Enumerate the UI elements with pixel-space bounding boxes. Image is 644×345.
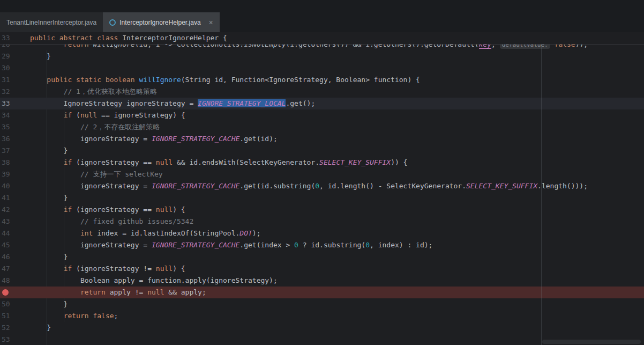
line-number[interactable]: 50 xyxy=(0,298,30,310)
line-number[interactable]: 51 xyxy=(0,310,30,322)
line-number[interactable]: 28 xyxy=(0,45,30,50)
line-number[interactable]: 45 xyxy=(0,239,30,251)
code-line[interactable]: 29 } xyxy=(0,50,644,62)
code-line[interactable]: 41 } xyxy=(0,192,644,204)
code-line[interactable]: 46 } xyxy=(0,251,644,263)
sticky-header[interactable]: 33 public abstract class InterceptorIgno… xyxy=(0,32,644,45)
code-line[interactable]: 32 // 1，优化获取本地忽略策略 xyxy=(0,86,644,98)
code-text: return apply != null && apply; xyxy=(30,287,644,298)
tab-label: TenantLineInnerInterceptor.java xyxy=(6,19,96,26)
line-number[interactable]: 38 xyxy=(0,157,30,168)
line-number[interactable]: 35 xyxy=(0,121,30,133)
ide-window: TenantLineInnerInterceptor.java Intercep… xyxy=(0,0,644,345)
editor-tab-bar: TenantLineInnerInterceptor.java Intercep… xyxy=(0,0,644,32)
tab-interceptor-ignore-helper-java[interactable]: InterceptorIgnoreHelper.java × xyxy=(103,12,220,32)
line-number[interactable]: 42 xyxy=(0,204,30,216)
line-number[interactable]: 39 xyxy=(0,168,30,180)
code-text: if (ignoreStrategy != null) { xyxy=(30,263,644,275)
code-text: // 支持一下 selectKey xyxy=(30,168,644,180)
code-line[interactable]: 37 } xyxy=(0,145,644,157)
code-text: if (null == ignoreStrategy) { xyxy=(30,109,644,121)
line-number[interactable]: 29 xyxy=(0,50,30,62)
code-text: ignoreStrategy = IGNORE_STRATEGY_CACHE.g… xyxy=(30,133,644,145)
code-line[interactable]: 50 } xyxy=(0,298,644,310)
line-number[interactable]: 32 xyxy=(0,86,30,98)
code-text: int index = id.lastIndexOf(StringPool.DO… xyxy=(30,227,644,239)
line-number[interactable]: 37 xyxy=(0,145,30,157)
code-text: } xyxy=(30,50,644,62)
right-margin-guide xyxy=(541,45,542,345)
code-line[interactable]: 36 ignoreStrategy = IGNORE_STRATEGY_CACH… xyxy=(0,133,644,145)
code-text: return willIgnore(id, i -> CollectionUti… xyxy=(30,45,644,50)
code-line[interactable]: 40 ignoreStrategy = IGNORE_STRATEGY_CACH… xyxy=(0,180,644,192)
code-line[interactable]: 43 // fixed github issues/5342 xyxy=(0,216,644,227)
code-line[interactable]: 39 // 支持一下 selectKey xyxy=(0,168,644,180)
code-text: } xyxy=(30,298,644,310)
code-text: Boolean apply = function.apply(ignoreStr… xyxy=(30,275,644,287)
java-class-icon xyxy=(109,19,116,26)
line-number[interactable]: 52 xyxy=(0,322,30,334)
code-text: ignoreStrategy = IGNORE_STRATEGY_CACHE.g… xyxy=(30,239,644,251)
code-line[interactable]: 47 if (ignoreStrategy != null) { xyxy=(0,263,644,275)
code-line[interactable]: 52 } xyxy=(0,322,644,334)
code-line[interactable]: 31 public static boolean willIgnore(Stri… xyxy=(0,74,644,86)
close-tab-icon[interactable]: × xyxy=(209,19,213,26)
code-text: // fixed github issues/5342 xyxy=(30,216,644,227)
line-number[interactable]: 30 xyxy=(0,62,30,74)
code-text: } xyxy=(30,192,644,204)
code-text: IgnoreStrategy ignoreStrategy = IGNORE_S… xyxy=(30,98,644,109)
code-line[interactable]: 48 Boolean apply = function.apply(ignore… xyxy=(0,275,644,287)
breakpoint-gutter[interactable] xyxy=(0,287,30,298)
line-number[interactable]: 33 xyxy=(0,98,30,109)
line-number[interactable]: 48 xyxy=(0,275,30,287)
code-line[interactable]: 28 return willIgnore(id, i -> Collection… xyxy=(0,45,644,50)
code-line[interactable]: 35 // 2，不存在取注解策略 xyxy=(0,121,644,133)
code-line[interactable]: 44 int index = id.lastIndexOf(StringPool… xyxy=(0,227,644,239)
line-number[interactable]: 47 xyxy=(0,263,30,275)
code-line[interactable]: 42 if (ignoreStrategy == null) { xyxy=(0,204,644,216)
horizontal-scrollbar[interactable] xyxy=(542,340,641,344)
code-line[interactable]: 34 if (null == ignoreStrategy) { xyxy=(0,109,644,121)
code-line[interactable]: 38 if (ignoreStrategy == null && id.ends… xyxy=(0,157,644,168)
code-lines: 28 return willIgnore(id, i -> Collection… xyxy=(0,45,644,345)
code-line[interactable]: 30 xyxy=(0,62,644,74)
sticky-code-text: public abstract class InterceptorIgnoreH… xyxy=(30,32,227,44)
code-text: return false; xyxy=(30,310,644,322)
line-number[interactable]: 46 xyxy=(0,251,30,263)
breakpoint-icon[interactable] xyxy=(2,289,9,296)
code-line[interactable]: 33 IgnoreStrategy ignoreStrategy = IGNOR… xyxy=(0,98,644,109)
code-text: // 1，优化获取本地忽略策略 xyxy=(30,86,644,98)
code-text: } xyxy=(30,322,644,334)
code-line[interactable]: 51 return false; xyxy=(0,310,644,322)
line-number[interactable]: 44 xyxy=(0,227,30,239)
line-number[interactable]: 43 xyxy=(0,216,30,227)
code-line[interactable]: return apply != null && apply; xyxy=(0,287,644,298)
code-text: // 2，不存在取注解策略 xyxy=(30,121,644,133)
code-editor[interactable]: 28 return willIgnore(id, i -> Collection… xyxy=(0,45,644,345)
line-number[interactable]: 31 xyxy=(0,74,30,86)
tab-label: InterceptorIgnoreHelper.java xyxy=(119,19,200,26)
code-text: public static boolean willIgnore(String … xyxy=(30,74,644,86)
code-text xyxy=(30,62,644,74)
line-number[interactable]: 34 xyxy=(0,109,30,121)
tab-tenant-line-inner-interceptor-java[interactable]: TenantLineInnerInterceptor.java xyxy=(0,12,103,32)
sticky-line-number: 33 xyxy=(0,32,30,44)
code-text: ignoreStrategy = IGNORE_STRATEGY_CACHE.g… xyxy=(30,180,644,192)
code-line[interactable]: 45 ignoreStrategy = IGNORE_STRATEGY_CACH… xyxy=(0,239,644,251)
line-number[interactable]: 41 xyxy=(0,192,30,204)
code-text: if (ignoreStrategy == null && id.endsWit… xyxy=(30,157,644,168)
code-text: } xyxy=(30,251,644,263)
line-number[interactable]: 53 xyxy=(0,334,30,345)
code-text: if (ignoreStrategy == null) { xyxy=(30,204,644,216)
line-number[interactable]: 36 xyxy=(0,133,30,145)
line-number[interactable]: 40 xyxy=(0,180,30,192)
code-text: } xyxy=(30,145,644,157)
